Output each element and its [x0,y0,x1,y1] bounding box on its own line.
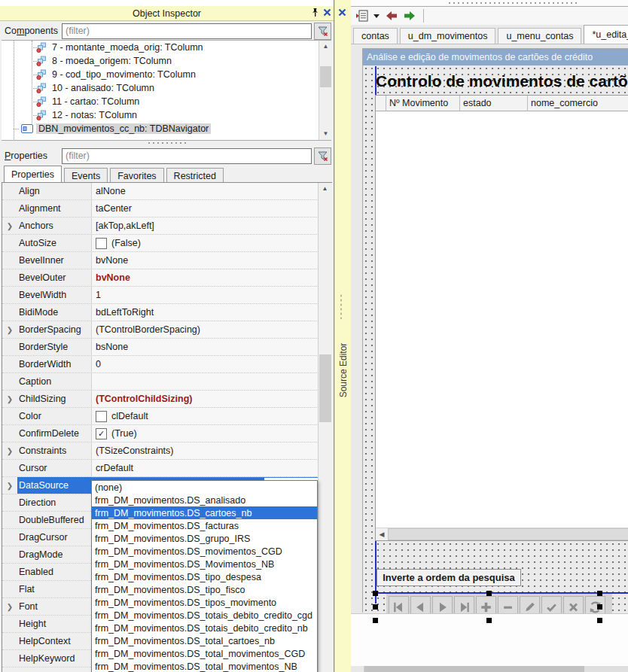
dropdown-item[interactable]: frm_DM_movimentos.DS_facturas [92,519,317,532]
dropdown-item[interactable]: frm_DM_movimentos.DS_analisado [92,494,317,506]
scroll-up-icon[interactable]: ▲ [319,183,331,194]
property-value[interactable]: crDefault [92,460,332,476]
dropdown-item[interactable]: frm_DM_movimentos.DS_total_cartoes_nb [92,634,317,647]
scrollbar-thumb[interactable] [319,354,331,422]
grid-column-header[interactable]: Nº Movimento [386,96,460,111]
property-value[interactable]: (TSizeConstraints) [92,442,332,459]
property-row-alignment[interactable]: AlignmenttaCenter [2,200,332,217]
scrollbar-thumb[interactable] [388,528,628,540]
components-filter-clear-button[interactable] [314,23,331,40]
editor-tab-u_dm_movimentos[interactable]: u_dm_movimentos [400,28,496,44]
tree-item[interactable]: 10 - analisado: TColumn [2,81,331,95]
dropdown-item[interactable]: frm_DM_movimentos.DS_total_movimentos_NB [92,660,317,672]
checkbox-icon[interactable]: ✓ [96,428,107,439]
dropdown-item[interactable]: frm_DM_movimentos.DS_Movimentos_NB [92,558,317,570]
property-row-align[interactable]: AlignalNone [2,183,332,200]
properties-filter-clear-button[interactable] [314,147,331,165]
property-row-constraints[interactable]: ❯Constraints(TSizeConstraints) [2,442,332,460]
scrollbar-thumb[interactable] [320,66,331,87]
property-row-childsizing[interactable]: ❯ChildSizing(TControlChildSizing) [2,391,332,408]
selection-handle[interactable] [486,591,492,596]
property-row-caption[interactable]: Caption [2,373,332,391]
properties-filter-input[interactable]: (filter) [62,148,312,164]
components-filter-input[interactable]: (filter) [62,23,312,39]
property-value[interactable]: (False) [92,235,332,251]
property-row-borderwidth[interactable]: BorderWidth0 [2,356,332,373]
dropdown-item[interactable]: frm_DM_movimentos.DS_tipo_despesa [92,570,317,583]
expand-icon[interactable]: ❯ [2,442,17,459]
grid-column-header[interactable]: nome_comercio [528,96,628,111]
property-row-cursor[interactable]: CursorcrDefault [2,460,332,477]
editor-horizontal-scrollbar[interactable] [351,666,628,672]
color-swatch[interactable] [96,411,107,422]
dropdown-item[interactable]: frm_DM_movimentos.DS_movimentos_CGD [92,545,317,558]
inspector-tab-events[interactable]: Events [64,168,108,182]
panel-splitter[interactable] [0,140,334,146]
property-row-autosize[interactable]: AutoSize(False) [2,235,332,252]
forward-icon[interactable] [403,11,416,21]
close-icon[interactable] [323,8,331,19]
unit-list-dropdown-icon[interactable] [373,14,380,18]
property-row-bevelwidth[interactable]: BevelWidth1 [2,287,332,304]
form-titlebar[interactable]: Análise e edição de movimentos de cartõe… [363,49,628,65]
expand-icon[interactable]: ❯ [2,477,17,494]
expand-icon[interactable]: ❯ [2,217,17,234]
property-value[interactable]: 0 [92,356,332,372]
selection-handle[interactable] [597,618,602,623]
dropdown-item[interactable]: frm_DM_movimentos.DS_totais_debito_credi… [92,622,317,634]
grid-column-header[interactable]: estado [460,96,528,111]
property-value[interactable]: taCenter [92,200,332,217]
property-row-bidimode[interactable]: BidiModebdLeftToRight [2,304,332,321]
expand-icon[interactable]: ❯ [2,598,17,615]
object-inspector-titlebar[interactable]: Object Inspector [0,6,334,21]
form-client-area[interactable]: Controlo de movimentos de cartões Nº Mov… [363,65,628,613]
editor-tab-contas[interactable]: contas [353,28,398,44]
pin-icon[interactable] [311,8,319,20]
dbgrid-horizontal-scrollbar[interactable]: ◀ [376,528,628,540]
property-row-bevelinner[interactable]: BevelInnerbvNone [2,252,332,269]
property-value[interactable]: 1 [92,287,332,303]
editor-tab-_u_edita_cc_nb_mov[interactable]: *u_edita_cc_nb_mov [584,25,628,44]
property-value[interactable]: alNone [92,183,332,199]
tree-item[interactable]: 9 - cod_tipo_movimento: TColumn [2,68,331,81]
selection-handle[interactable] [373,618,378,623]
editor-tab-u_menu_contas[interactable]: u_menu_contas [498,28,581,44]
selection-handle[interactable] [373,604,378,610]
property-row-color[interactable]: ColorclDefault [2,408,332,425]
property-value[interactable]: ✓(True) [92,425,332,442]
selection-handle[interactable] [486,618,492,623]
inspector-tab-restricted[interactable]: Restricted [166,168,224,182]
property-row-anchors[interactable]: ❯Anchors[akTop,akLeft] [2,217,332,235]
property-value[interactable]: bvNone [92,269,332,286]
scroll-left-icon[interactable]: ◀ [376,528,388,540]
tree-item[interactable]: 11 - cartao: TColumn [2,95,331,108]
scroll-up-icon[interactable]: ▲ [320,41,331,52]
tree-item[interactable]: 8 - moeda_origem: TColumn [2,54,331,68]
back-icon[interactable] [386,11,398,21]
property-value[interactable]: bvNone [92,252,332,269]
inspector-tab-favorites[interactable]: Favorites [110,168,163,182]
property-grid-scrollbar[interactable]: ▲ [318,183,332,672]
scrollbar-thumb[interactable] [364,666,584,672]
dropdown-item[interactable]: frm_DM_movimentos.DS_tipo_fisco [92,583,317,596]
property-row-bevelouter[interactable]: BevelOuterbvNone [2,269,332,287]
selection-handle[interactable] [597,604,602,610]
property-value[interactable]: bdLeftToRight [92,304,332,321]
dropdown-item[interactable]: frm_DM_movimentos.DS_tipos_movimento [92,596,317,609]
dropdown-item[interactable]: frm_DM_movimentos.DS_total_movimentos_CG… [92,647,317,660]
checkbox-icon[interactable] [96,238,107,249]
components-tree-scrollbar[interactable]: ▲ ▼ [319,41,331,140]
property-value[interactable]: clDefault [92,408,332,424]
inspector-tab-properties[interactable]: Properties [4,166,62,182]
invert-search-order-button[interactable]: Inverte a ordem da pesquisa [376,569,521,586]
property-value[interactable] [92,373,332,390]
property-value[interactable]: bsNone [92,339,332,355]
property-value[interactable]: (TControlBorderSpacing) [92,321,332,338]
expand-icon[interactable]: ❯ [2,321,17,338]
tree-item[interactable]: DBN_movimentos_cc_nb: TDBNavigator [2,122,331,135]
expand-icon[interactable]: ❯ [2,391,17,407]
property-row-confirmdelete[interactable]: ConfirmDelete✓(True) [2,425,332,442]
scroll-down-icon[interactable]: ▼ [320,128,331,139]
property-value[interactable]: (TControlChildSizing) [92,391,332,407]
tree-item[interactable]: 12 - notas: TColumn [2,108,331,122]
